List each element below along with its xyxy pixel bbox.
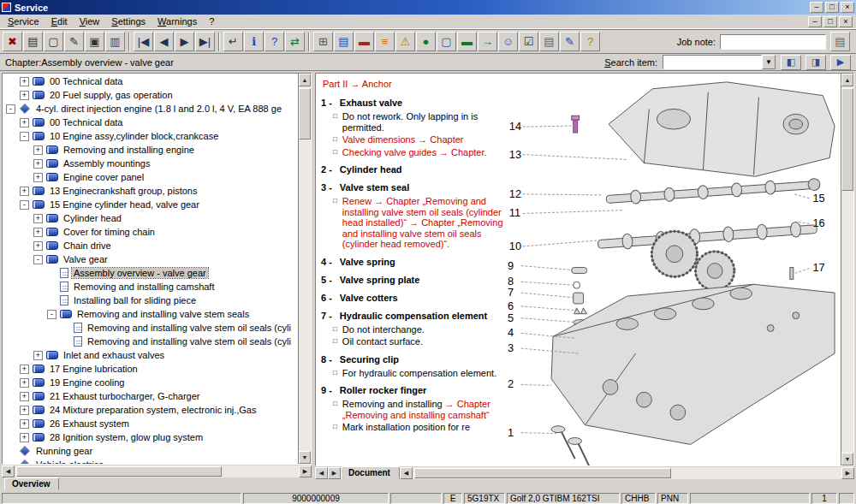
tree-item-4-cyl-direct-injection-engine-1-8-l-and-2-0-l-4-v-ea-888-ge[interactable]: -4-cyl. direct injection engine (1.8 l a… xyxy=(3,102,298,116)
tree-item-installing-ball-for-sliding-piece[interactable]: Installing ball for sliding piece xyxy=(3,294,298,307)
new-document-button[interactable]: ▢ xyxy=(44,32,63,51)
last-page-button[interactable]: ▶| xyxy=(195,32,215,51)
expand-icon[interactable]: + xyxy=(33,228,43,237)
collapse-icon[interactable]: - xyxy=(20,132,29,141)
green-book-button[interactable]: ▬ xyxy=(457,32,477,51)
tree-item-assembly-overview-valve-gear[interactable]: Assembly overview - valve gear xyxy=(3,266,298,280)
search-next-button[interactable]: ◨ xyxy=(805,55,826,70)
tree-hscroll-thumb[interactable] xyxy=(16,466,222,477)
tree-item-removing-and-installing-camshaft[interactable]: Removing and installing camshaft xyxy=(3,280,298,294)
expand-icon[interactable]: + xyxy=(20,378,29,388)
scroll-up-icon[interactable]: ▲ xyxy=(841,74,853,86)
tree-item-cylinder-head[interactable]: +Cylinder head xyxy=(3,211,298,225)
tree-item-removing-and-installing-valve-stem-oil-seals-cyli[interactable]: Removing and installing valve stem oil s… xyxy=(3,335,298,348)
info-button[interactable]: ℹ xyxy=(244,32,264,51)
vehicle-document-button[interactable]: ▥ xyxy=(105,32,125,51)
expand-icon[interactable]: + xyxy=(33,241,43,251)
checklist-button[interactable]: ☑ xyxy=(519,32,538,51)
search-item-input[interactable] xyxy=(663,55,762,69)
edit-document-button[interactable]: ✎ xyxy=(64,32,84,51)
tree-item-19-engine-cooling[interactable]: +19 Engine cooling xyxy=(3,376,298,389)
tree-item-engine-cover-panel[interactable]: +Engine cover panel xyxy=(3,170,298,184)
document-horizontal-scrollbar[interactable]: ◀ ▶ xyxy=(400,467,854,479)
tree-item-valve-gear[interactable]: -Valve gear xyxy=(3,252,298,266)
expand-icon[interactable]: + xyxy=(20,77,29,86)
copy-document-button[interactable]: ▣ xyxy=(85,32,104,51)
table-button[interactable]: ⊞ xyxy=(313,32,333,51)
sign-button[interactable]: ✎ xyxy=(560,32,580,51)
scroll-up-icon[interactable]: ▲ xyxy=(299,74,311,86)
tree-item-chain-drive[interactable]: +Chain drive xyxy=(3,239,298,252)
tree-item-26-exhaust-system[interactable]: +26 Exhaust system xyxy=(3,417,298,430)
back-to-top-button[interactable]: ↵ xyxy=(223,32,243,51)
collapse-icon[interactable]: - xyxy=(33,255,43,264)
expand-icon[interactable]: + xyxy=(20,91,29,100)
swap-button[interactable]: ⇄ xyxy=(285,32,305,51)
expand-icon[interactable]: + xyxy=(33,159,43,169)
tree-item-20-fuel-supply-gas-operation[interactable]: +20 Fuel supply, gas operation xyxy=(3,88,298,102)
expand-icon[interactable]: + xyxy=(20,365,29,374)
user-button[interactable]: ☺ xyxy=(498,32,518,51)
doc-vscroll-thumb[interactable] xyxy=(841,88,853,191)
print-preview-button[interactable]: ▤ xyxy=(334,32,354,51)
help-button[interactable]: ? xyxy=(265,32,284,51)
tree-item-28-ignition-system-glow-plug-system[interactable]: +28 Ignition system, glow plug system xyxy=(3,430,298,444)
expand-icon[interactable]: + xyxy=(20,433,29,442)
expand-icon[interactable]: + xyxy=(20,187,29,196)
menu-item[interactable]: ? xyxy=(203,15,220,27)
menu-service[interactable]: Service xyxy=(2,15,45,27)
tree-item-removing-and-installing-engine[interactable]: +Removing and installing engine xyxy=(3,143,298,157)
expand-icon[interactable]: + xyxy=(33,145,43,155)
document-vertical-scrollbar[interactable]: ▲ ▼ xyxy=(841,74,853,465)
tab-document[interactable]: Document xyxy=(341,466,400,479)
search-previous-button[interactable]: ◧ xyxy=(781,55,801,70)
chapter-link[interactable]: Valve dimensions → Chapter xyxy=(342,134,464,145)
expand-icon[interactable]: + xyxy=(33,214,43,223)
scroll-down-icon[interactable]: ▼ xyxy=(299,451,311,464)
tree-item-inlet-and-exhaust-valves[interactable]: +Inlet and exhaust valves xyxy=(3,348,298,362)
scroll-left-icon[interactable]: ◀ xyxy=(2,465,15,477)
expand-icon[interactable]: + xyxy=(33,351,43,360)
expand-icon[interactable]: + xyxy=(20,406,29,415)
mdi-restore-button[interactable]: □ xyxy=(823,16,837,27)
scroll-right-icon[interactable]: ▶ xyxy=(841,467,854,479)
exit-module-button[interactable]: ✖ xyxy=(3,32,22,51)
tree-horizontal-scrollbar[interactable]: ◀ ▶ xyxy=(2,465,312,477)
mdi-close-button[interactable]: × xyxy=(839,16,853,27)
combo-dropdown-button[interactable]: ▼ xyxy=(762,55,776,69)
tree-item-vehicle-electrics[interactable]: Vehicle electrics xyxy=(3,458,298,464)
tree-item-00-technical-data[interactable]: +00 Technical data xyxy=(3,74,298,88)
tree-vertical-scrollbar[interactable]: ▲ ▼ xyxy=(298,74,311,464)
tab-overview[interactable]: Overview xyxy=(4,477,59,490)
expand-icon[interactable]: + xyxy=(33,173,43,182)
vehicle-data-button[interactable]: → xyxy=(478,32,497,51)
tree-item-15-engine-cylinder-head-valve-gear[interactable]: -15 Engine cylinder head, valve gear xyxy=(3,198,298,211)
minimize-button[interactable]: – xyxy=(810,2,823,13)
print-button[interactable]: ▤ xyxy=(23,32,43,51)
tree-item-removing-and-installing-valve-stem-seals[interactable]: -Removing and installing valve stem seal… xyxy=(3,307,298,321)
previous-page-button[interactable]: ◀ xyxy=(154,32,174,51)
tree-item-running-gear[interactable]: Running gear xyxy=(3,444,298,458)
job-note-input[interactable] xyxy=(720,34,826,50)
menu-view[interactable]: View xyxy=(74,15,106,27)
notepad-button[interactable]: ▤ xyxy=(539,32,559,51)
menu-warnings[interactable]: Warnings xyxy=(152,15,203,27)
warnings-button[interactable]: ⚠ xyxy=(395,32,415,51)
scroll-right-icon[interactable]: ▶ xyxy=(299,465,312,477)
next-page-button[interactable]: ▶ xyxy=(175,32,194,51)
first-page-button[interactable]: |◀ xyxy=(134,32,153,51)
tree-item-assembly-mountings[interactable]: +Assembly mountings xyxy=(3,157,298,170)
collapse-icon[interactable]: - xyxy=(47,310,56,319)
tree-item-removing-and-installing-valve-stem-oil-seals-cyli[interactable]: Removing and installing valve stem oil s… xyxy=(3,321,298,335)
search-go-button[interactable]: ▶ xyxy=(830,55,851,70)
menu-settings[interactable]: Settings xyxy=(105,15,152,27)
scroll-left-icon[interactable]: ◀ xyxy=(400,467,413,479)
expand-icon[interactable]: + xyxy=(20,392,29,401)
screen-button[interactable]: ▢ xyxy=(437,32,456,51)
tree-item-cover-for-timing-chain[interactable]: +Cover for timing chain xyxy=(3,225,298,239)
repair-manual-button[interactable]: ▬ xyxy=(354,32,374,51)
tree-item-00-technical-data[interactable]: +00 Technical data xyxy=(3,116,298,129)
assistant-help-button[interactable]: ? xyxy=(580,32,600,51)
job-note-button[interactable]: ▤ xyxy=(830,32,850,51)
mdi-minimize-button[interactable]: – xyxy=(808,16,822,27)
